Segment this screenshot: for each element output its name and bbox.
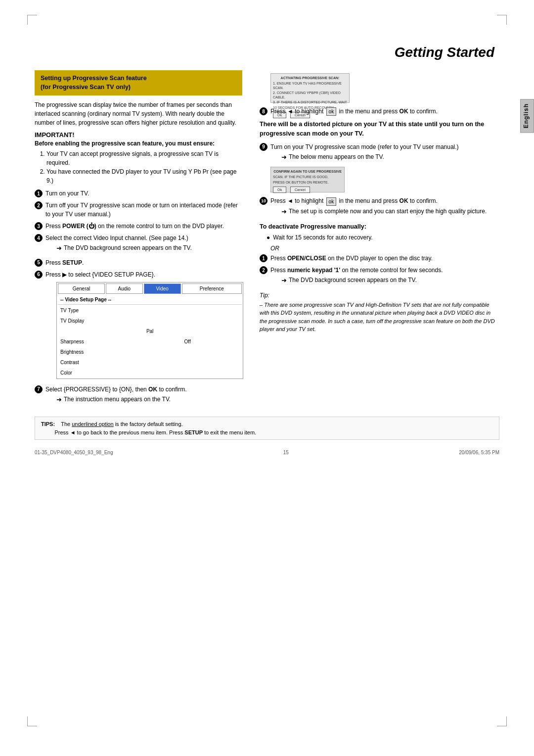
page-container: English Getting Started Setting up Progr… <box>0 0 534 756</box>
tips-text1: The underlined option is the factory def… <box>61 421 182 427</box>
table-row: Brightness <box>58 347 242 357</box>
deactivate-step-2: 2 Press numeric keypad '1' on the remote… <box>260 266 499 287</box>
arrow-icon: ➜ <box>281 152 287 162</box>
feature-box-title: Setting up Progressive Scan feature (for… <box>41 74 236 92</box>
intro-text: The progressive scan display twice the n… <box>35 100 242 127</box>
tips-text2: Press ◄ to go back to the previous menu … <box>41 429 256 435</box>
table-row: TV Display <box>58 316 242 326</box>
tip-section: Tip: – There are some progressive scan T… <box>260 291 499 333</box>
step-8: 8 Press ◄ to highlight ok in the menu an… <box>260 107 499 116</box>
deactivate-step-1-text: Press OPEN/CLOSE on the DVD player to op… <box>270 255 433 262</box>
step-num-6: 6 <box>35 271 43 279</box>
deactivate-step-2-text: Press numeric keypad '1' on the remote c… <box>270 267 443 274</box>
arrow-icon: ➜ <box>281 276 287 285</box>
step-2-text: Turn off your TV progressive scan mode o… <box>45 201 242 219</box>
step-8-content: Press ◄ to highlight ok in the menu and … <box>270 107 499 116</box>
corner-mark-tl <box>27 15 37 25</box>
table-header-row: -- Video Setup Page -- <box>58 295 242 305</box>
bullet-dot: ● <box>267 233 270 242</box>
tip-text: – There are some progressive scan TV and… <box>260 301 499 333</box>
step-5-text: Press SETUP. <box>45 258 242 267</box>
step-9-content: Turn on your TV progressive scan mode (r… <box>270 142 499 164</box>
step-4-content: Select the correct Video Input channel. … <box>45 234 242 255</box>
step-1-text: Turn on your TV. <box>45 189 242 198</box>
deactivate-step-2-content: Press numeric keypad '1' on the remote c… <box>270 266 499 287</box>
corner-mark-br <box>497 716 507 726</box>
corner-mark-bl <box>27 716 37 726</box>
before-text: Before enabling the progressive scan fea… <box>35 140 242 147</box>
important-label: IMPORTANT! <box>35 131 242 139</box>
ok-inline-box: ok <box>326 107 337 116</box>
left-column: Setting up Progressive Scan feature (for… <box>35 70 242 409</box>
list-item: You have connected the DVD player to you… <box>46 167 242 185</box>
tab-video: Video <box>144 284 181 294</box>
step-6-text: Press ▶ to select {VIDEO SETUP PAGE}. <box>45 271 155 278</box>
step-10-text: Press ◄ to highlight ok in the menu and … <box>270 197 438 204</box>
step-1: 1 Turn on your TV. <box>35 189 242 198</box>
step-7-arrow: ➜ The instruction menu appears on the TV… <box>56 395 242 405</box>
step-7: 7 Select {PROGRESSIVE} to {ON}, then OK … <box>35 385 242 407</box>
step-num-8: 8 <box>260 107 267 115</box>
step-2: 2 Turn off your TV progressive scan mode… <box>35 201 242 219</box>
step-6-content: Press ▶ to select {VIDEO SETUP PAGE}. Ge… <box>45 270 242 382</box>
table-row: TV Type <box>58 306 242 315</box>
deactivate-wait-text: Wait for 15 seconds for auto recovery. <box>273 233 372 242</box>
step-num-4: 4 <box>35 234 43 242</box>
step-4-arrow: ➜ The DVD background screen appears on t… <box>56 243 242 253</box>
deactivate-step-1-content: Press OPEN/CLOSE on the DVD player to op… <box>270 254 499 263</box>
tab-audio: Audio <box>106 284 143 294</box>
footer-center: 15 <box>283 450 289 455</box>
step-8-text: Press ◄ to highlight ok in the menu and … <box>270 108 438 115</box>
step-9-text: Turn on your TV progressive scan mode (r… <box>270 143 459 150</box>
tip-label: Tip: <box>260 292 269 299</box>
step-4-text: Select the correct Video Input channel. … <box>45 235 188 241</box>
deactivate-step-num-2: 2 <box>260 266 267 274</box>
screen-image-1: ACTIVATING PROGRESSIVE SCAN: 1. ENSURE Y… <box>270 73 350 103</box>
step-10-content: Press ◄ to highlight ok in the menu and … <box>270 196 499 218</box>
step-9: 9 Turn on your TV progressive scan mode … <box>260 142 499 164</box>
table-row: Contrast <box>58 358 242 367</box>
step-7-text: Select {PROGRESSIVE} to {ON}, then OK to… <box>45 386 186 393</box>
step-7-content: Select {PROGRESSIVE} to {ON}, then OK to… <box>45 385 242 407</box>
table-row: SharpnessOff <box>58 337 242 346</box>
table-row: Color <box>58 368 242 378</box>
step-num-5: 5 <box>35 259 43 267</box>
content-area: Setting up Progressive Scan feature (for… <box>0 70 534 409</box>
important-list: Your TV can accept progressive signals, … <box>41 149 242 185</box>
step-9-arrow: ➜ The below menu appears on the TV. <box>281 152 499 162</box>
step-num-3: 3 <box>35 222 43 230</box>
corner-mark-tr <box>497 15 507 25</box>
page-title: Getting Started <box>0 20 534 70</box>
step-6: 6 Press ▶ to select {VIDEO SETUP PAGE}. … <box>35 270 242 382</box>
screen-image-2: CONFIRM AGAIN TO USE PROGRESSIVE SCAN. I… <box>270 167 345 192</box>
step-10-arrow: ➜ The set up is complete now and you can… <box>281 207 499 217</box>
table-row: Pal <box>58 327 242 336</box>
step-4: 4 Select the correct Video Input channel… <box>35 234 242 255</box>
tips-box: TIPS: The underlined option is the facto… <box>35 417 499 440</box>
tab-preference: Preference <box>182 284 242 294</box>
footer-left: 01-35_DVP4080_4050_93_98_Eng <box>35 450 113 455</box>
feature-box: Setting up Progressive Scan feature (for… <box>35 70 242 95</box>
ok-inline-box-2: ok <box>326 197 337 206</box>
step-num-9: 9 <box>260 143 267 151</box>
language-tab: English <box>520 99 534 133</box>
screen2-cancel-btn: Cancel <box>290 187 310 193</box>
step-num-2: 2 <box>35 201 43 209</box>
tips-label: TIPS: <box>41 421 55 427</box>
step-num-1: 1 <box>35 189 43 197</box>
deactivate-step-2-arrow: ➜ The DVD background screen appears on t… <box>281 276 499 285</box>
step-3: 3 Press POWER (⏻) on the remote control … <box>35 222 242 231</box>
setup-table: General Audio Video Preference -- Video … <box>56 282 243 379</box>
arrow-icon: ➜ <box>56 243 62 253</box>
tab-general: General <box>58 284 105 294</box>
screen2-ok-btn: Ok <box>273 187 286 193</box>
footer-right: 20/09/06, 5:35 PM <box>459 450 499 455</box>
distorted-notice: There will be a distorted picture on you… <box>260 120 499 139</box>
step-3-text: Press POWER (⏻) on the remote control to… <box>45 222 242 231</box>
step-num-10: 10 <box>260 197 267 205</box>
arrow-icon: ➜ <box>281 207 287 217</box>
page-footer: 01-35_DVP4080_4050_93_98_Eng 15 20/09/06… <box>0 445 534 460</box>
step-5: 5 Press SETUP. <box>35 258 242 267</box>
or-text: OR <box>270 245 499 252</box>
step-10: 10 Press ◄ to highlight ok in the menu a… <box>260 196 499 218</box>
